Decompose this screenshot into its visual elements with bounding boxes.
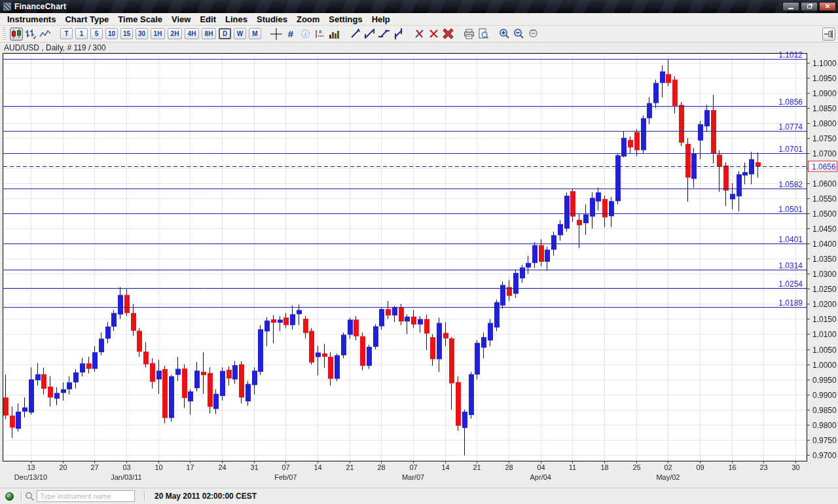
trend-channel-icon (364, 28, 375, 39)
menu-item-lines[interactable]: Lines (221, 14, 252, 25)
restore-button[interactable] (801, 2, 818, 11)
menu-item-settings[interactable]: Settings (324, 14, 367, 25)
line-chart-icon (39, 29, 51, 39)
timeframe-button-10[interactable]: 10 (105, 28, 118, 39)
vertical-line-tool-button[interactable] (392, 27, 405, 41)
restore-icon (807, 5, 812, 9)
close-button[interactable]: ✕ (819, 2, 836, 11)
print-preview-button[interactable] (477, 27, 490, 41)
delete-button[interactable] (427, 27, 440, 41)
volume-icon (329, 29, 340, 39)
print-button[interactable] (462, 27, 475, 41)
info-icon: i (301, 29, 310, 39)
connection-status-icon (5, 492, 14, 501)
trendline-button[interactable] (348, 27, 361, 41)
app-icon (3, 3, 11, 10)
grid-icon: # (288, 28, 293, 39)
price-chart-canvas[interactable] (0, 43, 838, 488)
delete-all-button[interactable] (441, 27, 454, 41)
timeframe-button-5[interactable]: 5 (90, 28, 103, 39)
toolbar-grip[interactable] (3, 27, 6, 41)
timeframe-button-8h[interactable]: 8H (202, 28, 216, 39)
menu-item-view[interactable]: View (167, 14, 195, 25)
print-icon (464, 29, 475, 39)
trendline-icon (350, 28, 361, 39)
ohlc-chart-button[interactable] (24, 27, 37, 41)
search-icon (25, 492, 35, 501)
pin-icon (824, 30, 833, 38)
menu-item-help[interactable]: Help (367, 14, 395, 25)
timeframe-button-2h[interactable]: 2H (168, 28, 182, 39)
bar-count-button[interactable]: # (313, 27, 326, 41)
menu-item-chart-type[interactable]: Chart Type (60, 14, 113, 25)
trend-channel-button[interactable] (363, 27, 376, 41)
timeframe-button-w[interactable]: W (234, 28, 246, 39)
minimize-button[interactable] (782, 2, 799, 11)
zoom-in-icon (499, 28, 510, 39)
svg-text:#: # (319, 29, 322, 35)
menubar: Instruments Chart Type Time Scale View E… (0, 13, 838, 26)
vertical-line-tool-icon (393, 28, 404, 39)
close-icon: ✕ (825, 3, 830, 10)
statusbar-separator (144, 491, 145, 501)
horizontal-line-tool-button[interactable] (377, 27, 390, 41)
candlestick-chart-button[interactable] (10, 27, 23, 41)
crosshair-button[interactable] (270, 27, 283, 41)
chart-region: AUD/USD , Daily, # 119 / 300 (0, 43, 838, 488)
info-button[interactable]: i (299, 27, 312, 41)
statusbar-separator (21, 491, 22, 501)
delete-icon (429, 29, 439, 39)
zoom-in-button[interactable] (498, 27, 511, 41)
zoom-reset-button[interactable] (526, 27, 539, 41)
timeframe-button-1h[interactable]: 1H (151, 28, 165, 39)
instrument-search-input[interactable] (37, 490, 135, 502)
menu-item-time-scale[interactable]: Time Scale (113, 14, 167, 25)
timeframe-button-4h[interactable]: 4H (185, 28, 199, 39)
print-preview-icon (478, 28, 488, 39)
window-title: FinanceChart (14, 2, 782, 11)
volume-button[interactable] (327, 27, 340, 41)
timeframe-button-15[interactable]: 15 (120, 28, 133, 39)
delete-all-icon (443, 28, 454, 39)
horizontal-line-tool-icon (378, 28, 390, 39)
pin-panel-button[interactable] (822, 27, 835, 41)
delete-line-icon (414, 28, 425, 39)
zoom-reset-icon (528, 28, 539, 39)
candlestick-chart-icon (10, 29, 22, 39)
bar-count-icon: # (314, 29, 325, 39)
timeframe-button-t[interactable]: T (60, 28, 73, 39)
timeframe-button-d[interactable]: D (219, 28, 231, 39)
timeframe-button-1[interactable]: 1 (75, 28, 88, 39)
zoom-out-button[interactable] (512, 27, 525, 41)
grid-button[interactable]: # (284, 27, 297, 41)
menu-item-instruments[interactable]: Instruments (3, 14, 60, 25)
status-timestamp: 20 May 2011 02:00:00 CEST (155, 492, 257, 501)
menu-item-studies[interactable]: Studies (252, 14, 292, 25)
statusbar: 20 May 2011 02:00:00 CEST (0, 488, 838, 504)
toolbar: T 1 5 10 15 30 1H 2H 4H 8H D W M # i # (0, 26, 838, 43)
menu-item-edit[interactable]: Edit (195, 14, 221, 25)
timeframe-button-30[interactable]: 30 (136, 28, 148, 39)
ohlc-chart-icon (25, 29, 37, 39)
minimize-icon (788, 8, 793, 9)
crosshair-icon (270, 28, 282, 40)
timeframe-button-m[interactable]: M (249, 28, 261, 39)
window-titlebar: FinanceChart ✕ (0, 0, 838, 13)
delete-line-button[interactable] (412, 27, 426, 41)
menu-item-zoom[interactable]: Zoom (292, 14, 324, 25)
zoom-out-icon (513, 28, 524, 39)
chart-instrument-label: AUD/USD , Daily, # 119 / 300 (4, 43, 106, 52)
line-chart-button[interactable] (39, 27, 52, 41)
